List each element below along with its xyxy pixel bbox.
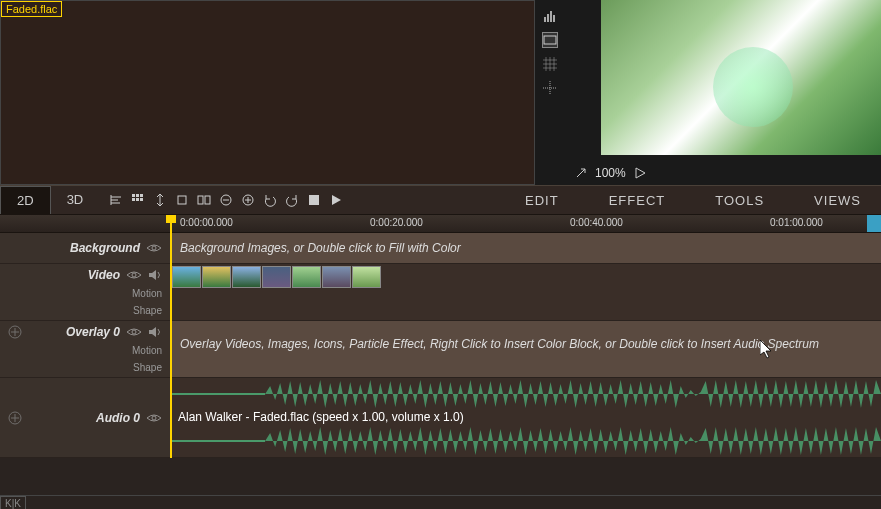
video-clip-thumb[interactable] bbox=[322, 266, 351, 288]
grid-view-icon[interactable] bbox=[129, 191, 147, 209]
track-body-background[interactable]: Background Images, or Double click to Fi… bbox=[170, 233, 881, 263]
visibility-icon[interactable] bbox=[126, 269, 142, 281]
ruler-time-1: 0:00:20.000 bbox=[370, 217, 423, 228]
zoom-out-icon[interactable] bbox=[217, 191, 235, 209]
tab-3d[interactable]: 3D bbox=[51, 186, 100, 214]
video-clip-thumb[interactable] bbox=[172, 266, 201, 288]
play-icon[interactable] bbox=[327, 191, 345, 209]
svg-rect-32 bbox=[309, 195, 319, 205]
track-label-overlay0: Overlay 0 bbox=[66, 325, 120, 339]
track-body-video[interactable] bbox=[170, 264, 881, 320]
track-head-background[interactable]: Background bbox=[0, 233, 170, 263]
add-track-icon[interactable] bbox=[8, 411, 22, 425]
svg-rect-21 bbox=[136, 198, 139, 201]
status-bar: K|K bbox=[0, 495, 881, 509]
media-file-label: Faded.flac bbox=[6, 3, 57, 15]
svg-rect-3 bbox=[553, 15, 555, 22]
svg-rect-24 bbox=[178, 196, 186, 204]
ruler-time-3: 0:01:00.000 bbox=[770, 217, 823, 228]
audio-clip-label: Alan Walker - Faded.flac (speed x 1.00, … bbox=[178, 410, 464, 424]
video-clip-thumb[interactable] bbox=[232, 266, 261, 288]
track-sub-motion[interactable]: Motion bbox=[132, 288, 162, 299]
audio-waveform-right bbox=[170, 425, 881, 457]
svg-rect-25 bbox=[198, 196, 203, 204]
preview-frame-icon[interactable] bbox=[542, 32, 558, 48]
svg-rect-20 bbox=[132, 198, 135, 201]
timeline-ruler[interactable]: 0:00:00.000 0:00:20.000 0:00:40.000 0:01… bbox=[0, 215, 881, 233]
track-label-video: Video bbox=[88, 268, 120, 282]
visibility-icon[interactable] bbox=[146, 242, 162, 254]
track-head-video[interactable]: Video Motion Shape bbox=[0, 264, 170, 320]
zoom-in-icon[interactable] bbox=[239, 191, 257, 209]
ruler-time-0: 0:00:00.000 bbox=[180, 217, 233, 228]
track-body-overlay0[interactable]: Overlay Videos, Images, Icons, Particle … bbox=[170, 321, 881, 377]
track-head-audio0[interactable]: Audio 0 bbox=[0, 378, 170, 457]
svg-rect-44 bbox=[170, 440, 265, 442]
split-icon[interactable] bbox=[195, 191, 213, 209]
svg-rect-17 bbox=[132, 194, 135, 197]
preview-zoom-label: 100% bbox=[595, 166, 626, 180]
svg-point-38 bbox=[132, 330, 136, 334]
svg-rect-4 bbox=[544, 36, 556, 44]
video-clip-thumb[interactable] bbox=[352, 266, 381, 288]
track-sub-shape[interactable]: Shape bbox=[133, 305, 162, 316]
preview-play-icon[interactable] bbox=[634, 167, 646, 179]
track-sub-motion[interactable]: Motion bbox=[132, 345, 162, 356]
speaker-icon[interactable] bbox=[148, 326, 162, 338]
preview-panel: 100% bbox=[535, 0, 881, 185]
menu-edit[interactable]: EDIT bbox=[525, 193, 559, 208]
menu-tools[interactable]: TOOLS bbox=[715, 193, 764, 208]
track-label-audio0: Audio 0 bbox=[96, 411, 140, 425]
main-toolbar: 2D 3D EDIT EFFECT TOOLS VIEWS bbox=[0, 185, 881, 215]
video-clip-thumb[interactable] bbox=[292, 266, 321, 288]
preview-crosshair-icon[interactable] bbox=[542, 80, 558, 96]
add-track-icon[interactable] bbox=[8, 325, 22, 339]
preview-video-frame[interactable] bbox=[601, 0, 881, 155]
svg-rect-22 bbox=[140, 198, 143, 201]
visibility-icon[interactable] bbox=[146, 412, 162, 424]
ruler-end-marker[interactable] bbox=[867, 215, 881, 232]
ruler-time-2: 0:00:40.000 bbox=[570, 217, 623, 228]
menu-views[interactable]: VIEWS bbox=[814, 193, 861, 208]
svg-rect-18 bbox=[136, 194, 139, 197]
preview-histogram-icon[interactable] bbox=[542, 8, 558, 24]
preview-fullscreen-icon[interactable] bbox=[575, 167, 587, 179]
preview-grid-icon[interactable] bbox=[542, 56, 558, 72]
media-file-item[interactable]: Faded.flac bbox=[1, 1, 62, 17]
track-head-overlay0[interactable]: Overlay 0 Motion Shape bbox=[0, 321, 170, 377]
stop-icon[interactable] bbox=[305, 191, 323, 209]
track-sub-shape[interactable]: Shape bbox=[133, 362, 162, 373]
undo-icon[interactable] bbox=[261, 191, 279, 209]
visibility-icon[interactable] bbox=[126, 326, 142, 338]
status-indicator: K|K bbox=[0, 496, 26, 509]
svg-point-33 bbox=[152, 246, 156, 250]
svg-rect-26 bbox=[205, 196, 210, 204]
crop-icon[interactable] bbox=[173, 191, 191, 209]
speaker-icon[interactable] bbox=[148, 269, 162, 281]
track-body-audio0[interactable]: Alan Walker - Faded.flac (speed x 1.00, … bbox=[170, 378, 881, 457]
media-panel[interactable]: Faded.flac bbox=[0, 0, 535, 185]
overlay0-placeholder: Overlay Videos, Images, Icons, Particle … bbox=[170, 321, 881, 359]
audio-waveform-left bbox=[170, 378, 881, 410]
svg-rect-43 bbox=[170, 393, 265, 395]
tab-2d[interactable]: 2D bbox=[0, 186, 51, 214]
svg-rect-1 bbox=[547, 14, 549, 22]
redo-icon[interactable] bbox=[283, 191, 301, 209]
video-clip-thumb[interactable] bbox=[262, 266, 291, 288]
svg-rect-19 bbox=[140, 194, 143, 197]
height-icon[interactable] bbox=[151, 191, 169, 209]
menu-effect[interactable]: EFFECT bbox=[609, 193, 666, 208]
align-left-icon[interactable] bbox=[107, 191, 125, 209]
svg-rect-0 bbox=[544, 17, 546, 22]
svg-rect-2 bbox=[550, 11, 552, 22]
video-clip-thumb[interactable] bbox=[202, 266, 231, 288]
svg-point-42 bbox=[152, 416, 156, 420]
timeline-area: Background Background Images, or Double … bbox=[0, 233, 881, 458]
track-label-background: Background bbox=[70, 241, 140, 255]
background-placeholder: Background Images, or Double click to Fi… bbox=[170, 233, 881, 263]
svg-point-34 bbox=[132, 273, 136, 277]
